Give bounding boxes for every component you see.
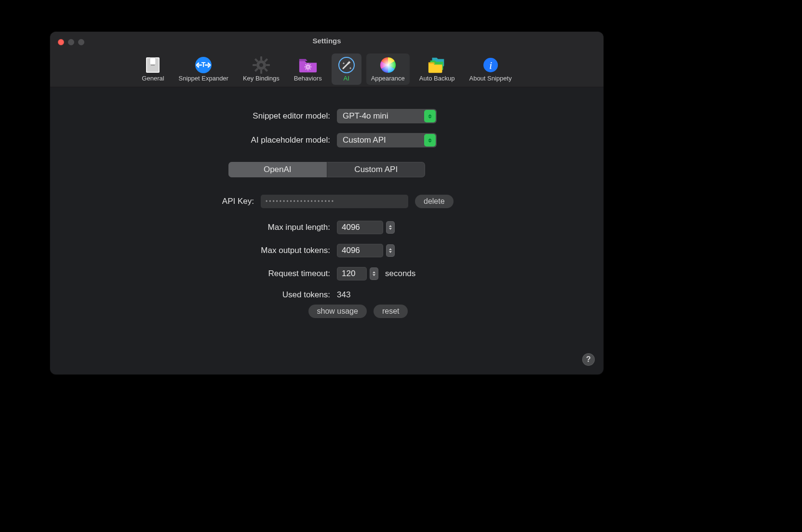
- tab-appearance[interactable]: Appearance: [366, 53, 410, 85]
- show-usage-button[interactable]: show usage: [308, 305, 367, 318]
- segment-custom-api[interactable]: Custom API: [327, 162, 426, 177]
- ai-placeholder-model-label: AI placeholder model:: [50, 135, 337, 145]
- svg-rect-3: [150, 58, 156, 65]
- tab-snippet-expander[interactable]: T Snippet Expander: [174, 53, 233, 85]
- snippet-editor-model-label: Snippet editor model:: [50, 111, 337, 121]
- max-output-tokens-label: Max output tokens:: [50, 246, 337, 255]
- svg-rect-8: [260, 70, 262, 74]
- svg-point-15: [259, 63, 263, 67]
- switch-icon: [143, 56, 162, 74]
- tab-general[interactable]: General: [137, 53, 169, 85]
- tab-key-bindings[interactable]: Key Bindings: [238, 53, 284, 85]
- tab-label: Appearance: [371, 75, 405, 82]
- svg-rect-9: [253, 64, 256, 66]
- folders-icon: [428, 56, 447, 74]
- select-value: Custom API: [343, 135, 386, 145]
- api-key-label: API Key:: [50, 197, 261, 206]
- settings-window: Settings General: [50, 32, 603, 374]
- tab-label: General: [142, 75, 164, 82]
- max-input-length-stepper[interactable]: [386, 221, 395, 234]
- used-tokens-value: 343: [337, 290, 350, 300]
- tab-label: AI: [343, 75, 349, 82]
- window-title: Settings: [50, 37, 603, 45]
- tab-ai[interactable]: AI: [332, 53, 361, 85]
- request-timeout-field[interactable]: 120: [337, 267, 367, 280]
- svg-text:T: T: [201, 61, 206, 68]
- reset-button[interactable]: reset: [374, 305, 408, 318]
- seconds-suffix: seconds: [385, 269, 415, 279]
- magic-wand-icon: [337, 56, 356, 74]
- used-tokens-label: Used tokens:: [50, 290, 337, 300]
- request-timeout-label: Request timeout:: [50, 269, 337, 279]
- titlebar: Settings General: [50, 32, 603, 87]
- svg-rect-18: [307, 69, 308, 70]
- chevron-up-down-icon: [424, 110, 436, 122]
- folder-gear-icon: [298, 56, 318, 74]
- ai-settings-form: Snippet editor model: GPT-4o mini AI pla…: [50, 109, 603, 318]
- segment-openai[interactable]: OpenAI: [228, 162, 327, 177]
- chevron-up-down-icon: [424, 134, 436, 146]
- max-input-length-label: Max input length:: [50, 223, 337, 232]
- info-icon: i: [481, 56, 500, 74]
- api-key-field[interactable]: ••••••••••••••••••••: [261, 195, 408, 208]
- tab-label: Behaviors: [294, 75, 322, 82]
- svg-point-27: [380, 57, 396, 73]
- tab-label: About Snippety: [469, 75, 511, 82]
- tab-label: Key Bindings: [243, 75, 280, 82]
- max-input-length-field[interactable]: 4096: [337, 221, 383, 234]
- svg-rect-10: [266, 64, 270, 66]
- expand-icon: T: [194, 56, 213, 74]
- delete-api-key-button[interactable]: delete: [415, 195, 454, 208]
- api-provider-segmented: OpenAI Custom API: [228, 162, 425, 177]
- gear-icon: [252, 56, 271, 74]
- svg-text:i: i: [489, 59, 492, 71]
- help-button[interactable]: ?: [582, 353, 595, 366]
- svg-rect-7: [260, 56, 262, 60]
- token-actions: show usage reset: [113, 305, 603, 318]
- tab-about[interactable]: i About Snippety: [464, 53, 516, 85]
- tab-behaviors[interactable]: Behaviors: [289, 53, 327, 85]
- select-value: GPT-4o mini: [343, 111, 388, 121]
- tab-auto-backup[interactable]: Auto Backup: [414, 53, 460, 85]
- svg-point-25: [307, 66, 308, 67]
- max-output-tokens-stepper[interactable]: [386, 244, 395, 257]
- svg-rect-20: [310, 66, 311, 67]
- request-timeout-stepper[interactable]: [370, 267, 378, 280]
- max-output-tokens-field[interactable]: 4096: [337, 244, 383, 257]
- tab-label: Auto Backup: [419, 75, 455, 82]
- tab-label: Snippet Expander: [179, 75, 228, 82]
- snippet-editor-model-select[interactable]: GPT-4o mini: [337, 109, 437, 123]
- color-wheel-icon: [378, 56, 398, 74]
- svg-rect-19: [304, 66, 306, 67]
- ai-placeholder-model-select[interactable]: Custom API: [337, 133, 437, 147]
- svg-rect-17: [307, 63, 308, 65]
- toolbar: General T Snippet Expander: [50, 53, 603, 85]
